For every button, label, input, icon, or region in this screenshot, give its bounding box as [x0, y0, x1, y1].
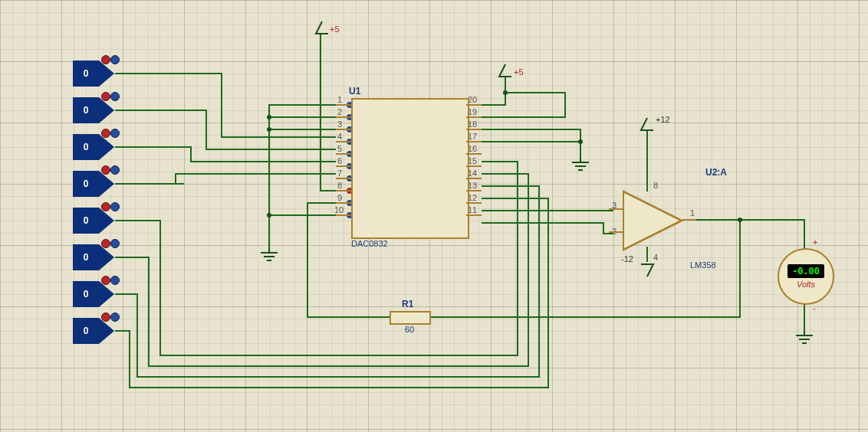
wire — [517, 161, 518, 356]
wire — [482, 173, 529, 175]
ground-left — [258, 248, 281, 266]
logic-state-4[interactable]: 0 — [73, 208, 119, 234]
logic-state-2[interactable]: 0 — [73, 134, 119, 160]
wire — [646, 130, 648, 191]
logic-state-7[interactable]: 0 — [73, 318, 119, 344]
wire — [159, 355, 518, 356]
wire — [804, 219, 805, 250]
u1-chip[interactable] — [351, 98, 469, 239]
power-plus5-right — [498, 63, 513, 80]
wire — [482, 185, 540, 187]
wire — [428, 316, 741, 318]
junction-dot — [267, 213, 271, 218]
status-dot — [110, 92, 120, 101]
wire — [564, 92, 566, 118]
wire — [175, 173, 336, 175]
status-dot — [110, 313, 120, 322]
ground-right — [569, 158, 592, 175]
logic-state-3[interactable]: 0 — [73, 171, 119, 197]
power-minus12 — [639, 260, 655, 278]
wire — [482, 222, 604, 224]
ground-meter — [793, 331, 816, 349]
u1-part: DAC0832 — [351, 239, 388, 248]
voltmeter[interactable]: -0.00 Volts — [778, 248, 834, 305]
status-dot — [101, 276, 110, 285]
wire — [739, 219, 805, 221]
wire — [547, 198, 549, 388]
junction-dot — [267, 127, 271, 132]
wire — [115, 110, 207, 111]
wire — [268, 129, 336, 130]
wire — [320, 34, 321, 191]
wire — [129, 387, 549, 388]
wire — [205, 110, 207, 150]
status-dot — [101, 165, 110, 175]
wire — [190, 146, 192, 162]
junction-dot — [578, 139, 583, 144]
wire — [205, 149, 336, 150]
wire — [739, 219, 741, 317]
wire — [159, 220, 161, 356]
wire — [268, 116, 336, 118]
wire — [482, 161, 518, 162]
wire — [221, 136, 336, 138]
wire — [482, 129, 581, 130]
wire — [538, 185, 540, 378]
status-dot — [110, 165, 120, 175]
wire — [505, 92, 566, 93]
r1-value: 60 — [405, 325, 414, 334]
wire — [221, 73, 222, 138]
power-plus12 — [639, 116, 655, 134]
wire — [482, 116, 566, 118]
status-dot — [101, 202, 110, 211]
status-dot — [110, 276, 120, 285]
wire — [136, 293, 138, 378]
wire — [268, 214, 336, 216]
wire — [129, 330, 130, 388]
wire — [115, 257, 150, 258]
wire — [482, 104, 506, 106]
logic-state-5[interactable]: 0 — [73, 244, 119, 270]
r1-resistor[interactable] — [390, 311, 431, 325]
wire — [307, 202, 308, 317]
status-dot — [110, 239, 120, 248]
u1-ref: U1 — [349, 86, 360, 97]
junction-dot — [738, 218, 742, 222]
status-dot — [101, 313, 110, 322]
wire — [603, 233, 613, 234]
wire — [482, 198, 549, 199]
wire — [268, 104, 336, 106]
schematic-canvas[interactable]: 0 0 0 0 0 0 0 0 — [0, 0, 868, 432]
status-dot — [101, 92, 110, 101]
junction-dot — [503, 90, 508, 95]
wire — [695, 219, 741, 221]
wire — [482, 141, 581, 142]
wire — [115, 220, 161, 221]
wire — [115, 183, 176, 185]
status-dot — [101, 55, 110, 64]
wire — [175, 173, 176, 185]
logic-state-0[interactable]: 0 — [73, 61, 119, 87]
wire — [528, 173, 529, 367]
voltmeter-unit: Volts — [797, 280, 815, 289]
power-plus5-left — [314, 20, 330, 38]
wire — [190, 161, 336, 162]
wire — [136, 376, 540, 378]
status-dot — [101, 239, 110, 248]
voltmeter-reading: -0.00 — [787, 264, 824, 278]
u2-ref: U2:A — [705, 167, 727, 178]
wire — [482, 210, 613, 211]
wire — [268, 104, 270, 250]
logic-state-1[interactable]: 0 — [73, 97, 119, 123]
logic-state-6[interactable]: 0 — [73, 281, 119, 307]
wire — [115, 73, 222, 74]
wire — [580, 129, 581, 159]
junction-dot — [267, 115, 271, 119]
status-dot — [110, 55, 120, 64]
wire — [320, 190, 336, 191]
wire — [307, 202, 336, 204]
r1-ref: R1 — [402, 299, 413, 309]
u2-part: LM358 — [690, 260, 716, 270]
status-dot — [101, 129, 110, 138]
wire — [115, 146, 192, 148]
